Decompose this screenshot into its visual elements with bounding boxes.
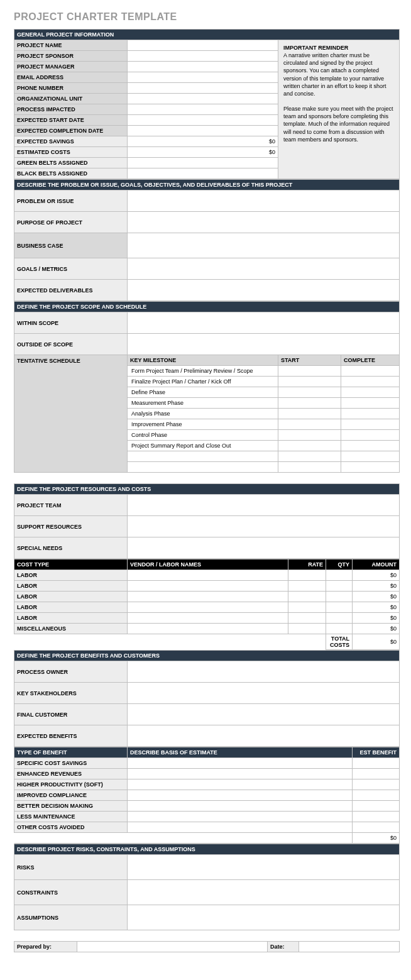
field-value[interactable]: [128, 880, 400, 905]
problem-goals-table: DESCRIBE THE PROBLEM OR ISSUE, GOALS, OB…: [14, 179, 400, 301]
milestone-name[interactable]: Project Summary Report and Close Out: [128, 441, 278, 451]
benefit-type: IMPROVED COMPLIANCE: [14, 790, 128, 801]
prepared-by-value[interactable]: [77, 942, 268, 952]
milestone-complete[interactable]: [341, 366, 400, 377]
milestone-name[interactable]: Define Phase: [128, 387, 278, 398]
qty[interactable]: [326, 592, 353, 602]
qty[interactable]: [326, 613, 353, 624]
field-value[interactable]: [128, 62, 278, 72]
field-value[interactable]: [128, 190, 400, 212]
milestone-complete[interactable]: [341, 451, 400, 462]
est-benefit[interactable]: [353, 790, 400, 801]
field-value[interactable]: [128, 334, 400, 355]
basis[interactable]: [128, 812, 353, 822]
field-value[interactable]: [128, 704, 400, 725]
milestone-complete[interactable]: [341, 419, 400, 430]
basis[interactable]: [128, 779, 353, 790]
milestone-start[interactable]: [278, 409, 341, 419]
field-value[interactable]: [128, 312, 400, 334]
vendor-name[interactable]: [128, 592, 288, 602]
field-value[interactable]: [128, 258, 400, 280]
field-value[interactable]: [128, 51, 278, 62]
rate[interactable]: [288, 570, 326, 581]
field-value[interactable]: $0: [128, 147, 278, 158]
basis[interactable]: [128, 822, 353, 833]
field-value[interactable]: [128, 212, 400, 233]
basis[interactable]: [128, 769, 353, 779]
qty[interactable]: [326, 581, 353, 592]
milestone-complete[interactable]: [341, 377, 400, 387]
rate[interactable]: [288, 624, 326, 634]
field-value[interactable]: [128, 280, 400, 301]
resources-costs-table: DEFINE THE PROJECT RESOURCES AND COSTS P…: [14, 483, 400, 559]
rate[interactable]: [288, 581, 326, 592]
milestone-start[interactable]: [278, 377, 341, 387]
field-label: EXPECTED START DATE: [14, 115, 128, 126]
basis[interactable]: [128, 790, 353, 801]
milestone-name[interactable]: Form Project Team / Preliminary Review /…: [128, 366, 278, 377]
qty[interactable]: [326, 624, 353, 634]
field-value[interactable]: [128, 158, 278, 168]
milestone-complete[interactable]: [341, 387, 400, 398]
field-value[interactable]: $0: [128, 136, 278, 147]
milestone-name[interactable]: [128, 451, 278, 462]
field-value[interactable]: [128, 94, 278, 104]
milestone-start[interactable]: [278, 419, 341, 430]
field-value[interactable]: [128, 115, 278, 126]
est-benefit[interactable]: [353, 801, 400, 812]
milestone-start[interactable]: [278, 366, 341, 377]
est-benefit[interactable]: [353, 812, 400, 822]
vendor-name[interactable]: [128, 570, 288, 581]
basis[interactable]: [128, 801, 353, 812]
vendor-name[interactable]: [128, 581, 288, 592]
milestone-complete[interactable]: [341, 398, 400, 409]
field-value[interactable]: [128, 126, 278, 136]
milestone-name[interactable]: Improvement Phase: [128, 419, 278, 430]
qty[interactable]: [326, 570, 353, 581]
milestone-name[interactable]: [128, 462, 278, 473]
milestone-name[interactable]: Control Phase: [128, 430, 278, 441]
field-value[interactable]: [128, 40, 278, 51]
date-value[interactable]: [299, 942, 400, 952]
milestone-name[interactable]: Analysis Phase: [128, 409, 278, 419]
field-value[interactable]: [128, 104, 278, 115]
field-value[interactable]: [128, 905, 400, 930]
basis[interactable]: [128, 758, 353, 769]
est-benefit[interactable]: [353, 822, 400, 833]
vendor-name[interactable]: [128, 602, 288, 613]
field-value[interactable]: [128, 72, 278, 83]
milestone-start[interactable]: [278, 441, 341, 451]
est-benefit[interactable]: [353, 779, 400, 790]
field-value[interactable]: [128, 661, 400, 683]
milestone-name[interactable]: Measurement Phase: [128, 398, 278, 409]
field-value[interactable]: [128, 83, 278, 94]
milestone-complete[interactable]: [341, 462, 400, 473]
milestone-name[interactable]: Finalize Project Plan / Charter / Kick O…: [128, 377, 278, 387]
blank: [14, 833, 353, 844]
field-value[interactable]: [128, 855, 400, 880]
milestone-start[interactable]: [278, 451, 341, 462]
col-header: DESCRIBE BASIS OF ESTIMATE: [128, 747, 353, 758]
qty[interactable]: [326, 602, 353, 613]
vendor-name[interactable]: [128, 613, 288, 624]
rate[interactable]: [288, 592, 326, 602]
milestone-complete[interactable]: [341, 409, 400, 419]
field-value[interactable]: [128, 683, 400, 704]
vendor-name[interactable]: [128, 624, 288, 634]
milestone-start[interactable]: [278, 430, 341, 441]
milestone-start[interactable]: [278, 462, 341, 473]
rate[interactable]: [288, 613, 326, 624]
rate[interactable]: [288, 602, 326, 613]
field-value[interactable]: [128, 725, 400, 747]
milestone-start[interactable]: [278, 398, 341, 409]
milestone-complete[interactable]: [341, 430, 400, 441]
est-benefit[interactable]: [353, 769, 400, 779]
field-value[interactable]: [128, 516, 400, 537]
milestone-start[interactable]: [278, 387, 341, 398]
field-value[interactable]: [128, 495, 400, 516]
milestone-complete[interactable]: [341, 441, 400, 451]
field-value[interactable]: [128, 537, 400, 559]
field-value[interactable]: [128, 168, 278, 179]
field-value[interactable]: [128, 233, 400, 258]
est-benefit[interactable]: [353, 758, 400, 769]
